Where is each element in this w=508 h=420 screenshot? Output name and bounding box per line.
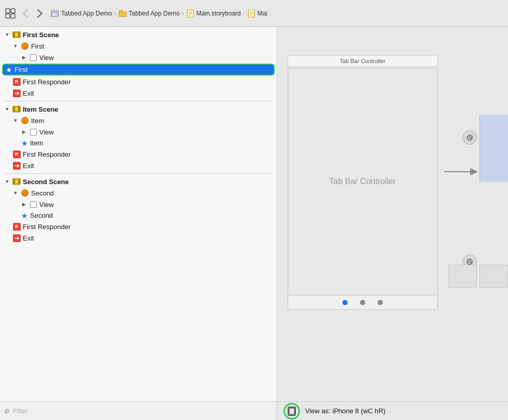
- first-view-row[interactable]: ▶ View: [0, 52, 277, 63]
- item-exit-label: Exit: [23, 162, 34, 170]
- grid-icon[interactable]: [4, 7, 17, 20]
- triangle-second-view: ▶: [21, 201, 27, 207]
- item-view-row[interactable]: ▶ View: [0, 126, 277, 138]
- responder-icon-first: R: [12, 78, 21, 86]
- tab-bar-dots: [288, 295, 438, 310]
- breadcrumb-item-2[interactable]: Tabbed App Demo: [118, 10, 180, 17]
- square-icon-first-view: [29, 53, 37, 62]
- item-controller-row[interactable]: ▼ Item: [0, 115, 277, 126]
- right-panel-stub-3: [449, 265, 477, 288]
- triangle-item-view: ▶: [21, 129, 27, 135]
- device-screen: Tab Bar Controller: [288, 68, 438, 295]
- breadcrumb-item-3[interactable]: Main.storyboard: [186, 9, 241, 18]
- second-view-label: View: [39, 201, 54, 208]
- filter-icon: ⊜: [4, 407, 10, 415]
- svg-rect-20: [13, 106, 15, 112]
- responder-icon-item: R: [12, 150, 21, 158]
- star-icon-item: ★: [21, 140, 28, 147]
- canvas-area: Tab Bar Controller Tab Bar Controller: [277, 27, 508, 420]
- right-panel-stub-1: [480, 115, 508, 182]
- back-button[interactable]: [20, 8, 31, 19]
- circle-icon-first: [21, 42, 29, 50]
- svg-rect-16: [13, 32, 15, 38]
- triangle-first-scene: ▼: [4, 32, 10, 38]
- second-scene-header[interactable]: ▼ Second Scene: [0, 176, 277, 187]
- exit-icon-item: [12, 161, 21, 170]
- item-scene-group: ▼ Item Scene ▼: [0, 103, 277, 171]
- svg-marker-28: [470, 168, 478, 175]
- svg-rect-0: [6, 9, 10, 13]
- tab-dot-gray-2: [378, 300, 383, 305]
- connector-icon-top[interactable]: [462, 130, 477, 145]
- breadcrumb-item-4[interactable]: Mai: [247, 9, 267, 18]
- breadcrumb-item-1[interactable]: Tabbed App Demo: [51, 9, 112, 18]
- second-responder-row[interactable]: R First Responder: [0, 221, 277, 232]
- breadcrumb-sep-3: ›: [243, 10, 245, 17]
- second-exit-row[interactable]: Exit: [0, 232, 277, 244]
- triangle-first: ▼: [12, 43, 19, 49]
- second-view-row[interactable]: ▶ View: [0, 199, 277, 210]
- item-star-label: Item: [30, 139, 43, 147]
- first-responder-label: First Responder: [23, 78, 70, 86]
- first-scene-header[interactable]: ▼ First Scene: [0, 29, 277, 40]
- responder-icon-second: R: [12, 222, 21, 231]
- item-scene-label: Item Scene: [23, 106, 58, 113]
- segue-arrow: [442, 161, 478, 184]
- svg-rect-2: [6, 14, 10, 18]
- first-scene-label: First Scene: [23, 31, 59, 39]
- toolbar: Tabbed App Demo › Tabbed App Demo › Main…: [0, 0, 508, 27]
- item-exit-row[interactable]: Exit: [0, 160, 277, 171]
- film-icon-item-scene: [12, 105, 21, 113]
- first-view-label: View: [39, 54, 54, 62]
- first-exit-row[interactable]: Exit: [0, 87, 277, 99]
- square-icon-item-view: [29, 128, 37, 136]
- canvas-content[interactable]: Tab Bar Controller Tab Bar Controller: [277, 27, 508, 401]
- first-label: First: [31, 42, 44, 50]
- first-scene-group: ▼ First Scene ▼: [0, 29, 277, 99]
- second-star-row[interactable]: ★ Second: [0, 210, 277, 221]
- breadcrumb-label-3: Main.storyboard: [197, 10, 241, 17]
- second-label: Second: [31, 189, 54, 197]
- sep-2: [4, 173, 273, 174]
- view-as-label: View as: iPhone 8 (wC hR): [305, 407, 385, 415]
- breadcrumb-label-2: Tabbed App Demo: [129, 10, 180, 17]
- first-star-row[interactable]: ★ First: [2, 64, 275, 76]
- filter-bar: ⊜: [0, 401, 277, 420]
- item-star-row[interactable]: ★ Item: [0, 138, 277, 148]
- first-star-label: First: [14, 66, 27, 73]
- first-exit-label: Exit: [23, 89, 34, 97]
- breadcrumb-sep-2: ›: [182, 10, 184, 17]
- second-scene-group: ▼ Second Scene ▼: [0, 176, 277, 244]
- triangle-item-scene: ▼: [4, 106, 10, 112]
- svg-rect-32: [289, 408, 294, 414]
- second-exit-label: Exit: [23, 234, 34, 242]
- item-label: Item: [31, 117, 44, 125]
- circle-icon-item: [21, 116, 29, 125]
- first-controller-row[interactable]: ▼ First: [0, 40, 277, 52]
- film-icon-second-scene: [12, 177, 21, 186]
- exit-icon-first: [12, 89, 21, 97]
- sep-1: [4, 101, 273, 101]
- svg-rect-6: [52, 13, 57, 16]
- second-controller-row[interactable]: ▼ Second: [0, 187, 277, 199]
- svg-rect-18: [15, 33, 18, 36]
- filter-input[interactable]: [13, 407, 273, 415]
- forward-button[interactable]: [34, 8, 46, 19]
- first-responder-row[interactable]: R First Responder: [0, 76, 277, 87]
- breadcrumb-label-1: Tabbed App Demo: [61, 10, 112, 17]
- svg-rect-26: [15, 179, 18, 183]
- item-scene-header[interactable]: ▼ Item Scene: [0, 103, 277, 115]
- svg-rect-17: [19, 32, 20, 38]
- tab-dot-blue: [342, 300, 348, 305]
- green-circle-indicator[interactable]: [283, 403, 300, 419]
- triangle-item: ▼: [12, 117, 19, 124]
- nav-tree: ▼ First Scene ▼: [0, 27, 277, 401]
- second-responder-label: First Responder: [23, 223, 70, 231]
- circle-icon-second: [21, 189, 29, 197]
- item-responder-row[interactable]: R First Responder: [0, 148, 277, 160]
- canvas-bottom-bar: View as: iPhone 8 (wC hR): [277, 401, 508, 420]
- svg-rect-25: [19, 178, 20, 185]
- film-icon-first-scene: [12, 31, 21, 39]
- svg-rect-22: [15, 107, 18, 111]
- breadcrumb: Tabbed App Demo › Tabbed App Demo › Main…: [51, 9, 267, 18]
